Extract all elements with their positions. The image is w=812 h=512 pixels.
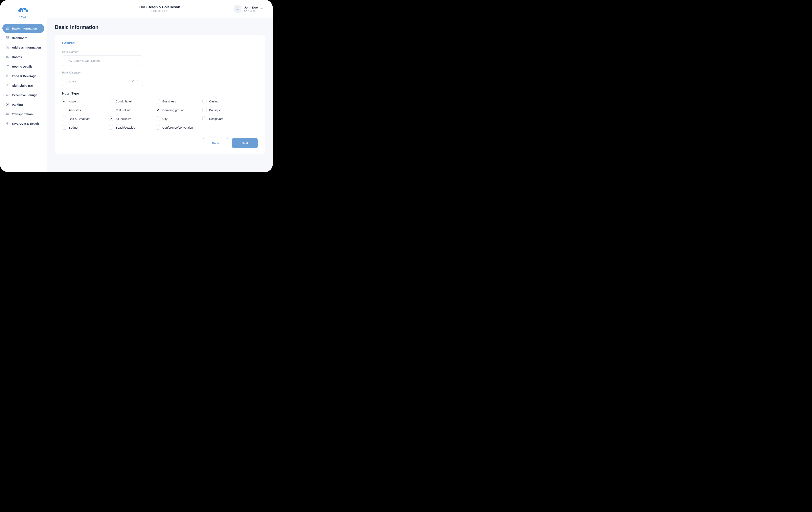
svg-text:2: 2 — [6, 66, 7, 67]
svg-rect-11 — [6, 38, 7, 39]
checkbox-label: Casino — [209, 100, 219, 103]
main: HDC Beach & Golf Resort HDC 75BE223 John… — [47, 0, 273, 172]
svg-text:1: 1 — [6, 65, 7, 66]
hotel-type-option[interactable]: Airport — [62, 99, 106, 103]
logo: HOTEL DATACLOUD — [2, 6, 45, 18]
svg-rect-23 — [6, 114, 9, 115]
svg-rect-15 — [6, 57, 7, 58]
sidebar: HOTEL DATACLOUD Basic InformationDashboa… — [0, 0, 47, 172]
clear-icon[interactable] — [132, 79, 135, 83]
hotel-type-grid: AirportCondo hotelBussinessCasinoAll-sui… — [62, 99, 258, 129]
hotel-category-select[interactable]: Upscale — [62, 76, 143, 86]
checkbox-icon — [155, 99, 160, 103]
sidebar-item-spa-gym-beach[interactable]: SPA, Gym & Beach — [2, 119, 45, 128]
hotel-name-input[interactable] — [62, 56, 143, 66]
page-title: Basic Information — [55, 24, 265, 30]
nav-icon — [5, 27, 9, 30]
avatar — [234, 5, 241, 13]
hotel-type-option[interactable]: Conference/convention — [155, 125, 199, 129]
nav-icon — [5, 93, 9, 97]
sidebar-item-rooms-details[interactable]: 12Rooms Details — [2, 62, 45, 71]
svg-rect-13 — [6, 57, 7, 57]
svg-rect-10 — [8, 36, 9, 37]
sidebar-item-dashboard[interactable]: Dashboard — [2, 33, 45, 42]
topbar: HDC Beach & Golf Resort HDC 75BE223 John… — [47, 0, 273, 18]
hotel-type-option[interactable]: City — [155, 117, 199, 121]
svg-rect-1 — [23, 9, 24, 13]
hotel-name-label: Hotel Name* — [62, 50, 258, 54]
nav-icon — [5, 112, 9, 116]
hotel-type-option[interactable]: Bussiness — [155, 99, 199, 103]
svg-rect-16 — [7, 57, 7, 58]
hotel-type-option[interactable]: Cultural site — [109, 108, 152, 112]
checkbox-label: All-inclusive — [116, 117, 131, 120]
hotel-type-option[interactable]: All-suites — [62, 108, 106, 112]
user-menu[interactable]: John Doe ID: 40985 — [224, 5, 263, 13]
svg-rect-2 — [24, 10, 26, 13]
hotel-type-option[interactable]: Design/art — [202, 117, 246, 121]
sidebar-item-transportation[interactable]: Transportation — [2, 109, 45, 119]
nav-icon — [5, 122, 9, 125]
hotel-type-option[interactable]: Camping ground — [155, 108, 199, 112]
nav-icon — [5, 55, 9, 59]
hotel-type-option[interactable]: Beach/seaside — [109, 125, 152, 129]
sidebar-item-address-information[interactable]: Address Information — [2, 43, 45, 52]
sidebar-item-parking[interactable]: PParking — [2, 100, 45, 109]
checkbox-label: Condo hotel — [116, 100, 132, 103]
checkbox-label: Bussiness — [162, 100, 176, 103]
checkbox-label: Conference/convention — [162, 126, 193, 129]
svg-rect-9 — [6, 36, 7, 37]
checkbox-icon — [109, 99, 113, 103]
hotel-type-option[interactable]: Budget — [62, 125, 106, 129]
checkbox-label: Camping ground — [162, 109, 184, 112]
checkbox-icon — [62, 108, 66, 112]
hotel-type-heading: Hotel Type — [62, 92, 258, 95]
svg-point-24 — [6, 115, 7, 115]
sidebar-item-executive-lounge[interactable]: Executive Lounge — [2, 90, 45, 99]
back-button[interactable]: Back — [203, 138, 228, 148]
svg-point-25 — [8, 115, 8, 115]
sidebar-item-label: Parking — [12, 103, 23, 106]
hotel-type-option[interactable]: Bed & Breakfast — [62, 117, 106, 121]
sidebar-item-rooms[interactable]: Rooms — [2, 52, 45, 61]
checkbox-icon — [109, 117, 113, 121]
hotel-title: HDC Beach & Golf Resort — [96, 5, 224, 9]
user-name: John Doe — [244, 6, 258, 9]
sidebar-item-label: Nightclub / Bar — [12, 84, 33, 87]
svg-rect-0 — [21, 10, 22, 13]
svg-rect-3 — [6, 27, 7, 28]
sidebar-item-basic-information[interactable]: Basic Information — [2, 24, 45, 33]
form-card: General Hotel Name* Hotel Category Upsca… — [55, 35, 265, 154]
checkbox-icon — [155, 108, 160, 112]
svg-rect-12 — [8, 38, 9, 39]
next-button[interactable]: Next — [232, 138, 258, 148]
checkbox-label: City — [162, 117, 168, 120]
checkbox-icon — [202, 99, 207, 103]
logo-text: HOTEL DATACLOUD — [19, 16, 28, 18]
chevron-down-icon[interactable] — [137, 79, 140, 83]
hotel-type-option[interactable]: Boutique — [202, 108, 246, 112]
hotel-type-option[interactable]: All-inclusive — [109, 117, 152, 121]
checkbox-label: Airport — [69, 100, 78, 103]
checkbox-icon — [109, 108, 113, 112]
nav-icon: 12 — [5, 65, 9, 68]
nav-icon — [5, 46, 9, 49]
checkbox-icon — [109, 125, 113, 129]
checkbox-icon — [155, 125, 160, 129]
svg-text:P: P — [7, 103, 8, 106]
svg-rect-14 — [7, 57, 7, 57]
sidebar-item-label: Transportation — [12, 112, 33, 116]
hotel-type-option[interactable]: Casino — [202, 99, 246, 103]
content: Basic Information General Hotel Name* Ho… — [47, 18, 273, 172]
nav-icon: P — [5, 103, 9, 106]
svg-rect-6 — [6, 29, 7, 30]
sidebar-item-food-beverage[interactable]: Food & Beverage — [2, 71, 45, 81]
hotel-type-option[interactable]: Condo hotel — [109, 99, 152, 103]
user-id: ID: 40985 — [244, 9, 258, 12]
chevron-down-icon — [260, 7, 263, 11]
sidebar-item-label: Executive Lounge — [12, 93, 37, 97]
sidebar-item-nightclub-bar[interactable]: Nightclub / Bar — [2, 81, 45, 90]
nav-icon — [5, 74, 9, 78]
nav-icon — [5, 84, 9, 87]
checkbox-icon — [62, 99, 66, 103]
